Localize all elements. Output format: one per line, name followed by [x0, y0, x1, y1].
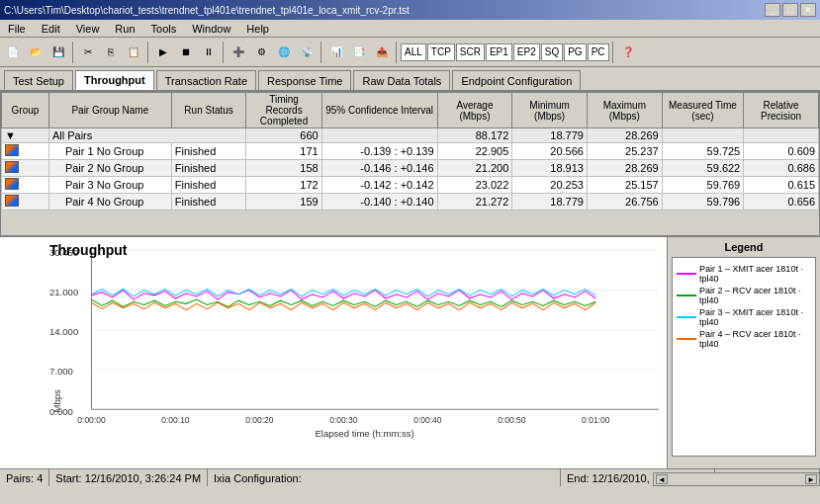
tb-sep2: [147, 42, 149, 63]
svg-text:7.000: 7.000: [49, 366, 73, 377]
all-pairs-ci: [321, 128, 437, 143]
data-table-container[interactable]: Group Pair Group Name Run Status Timing …: [0, 91, 820, 236]
svg-text:0:01:00: 0:01:00: [582, 415, 610, 425]
tb-scr-label[interactable]: SCR: [456, 43, 485, 61]
all-pairs-expand[interactable]: ▼: [2, 128, 49, 143]
chart-area: Throughput 30.450 21.000 14.000 7.000 0.…: [0, 237, 667, 468]
legend-line-pair3: [677, 316, 696, 318]
main-content: Group Pair Group Name Run Status Timing …: [0, 91, 820, 468]
row-time: 59.725: [662, 143, 744, 160]
row-icon: [2, 177, 49, 194]
svg-text:0:00:20: 0:00:20: [245, 415, 274, 425]
tb-sq-label[interactable]: SQ: [541, 43, 563, 61]
tab-endpoint-configuration[interactable]: Endpoint Configuration: [452, 70, 581, 90]
legend-item-pair1: Pair 1 – XMIT acer 1810t · tpl40: [677, 264, 811, 284]
row-average: 21.272: [437, 194, 512, 210]
maximize-button[interactable]: □: [782, 3, 798, 17]
svg-text:0:00:30: 0:00:30: [329, 415, 358, 425]
table-row: Pair 4 No Group Finished 159 -0.140 : +0…: [2, 194, 819, 210]
expand-icon: ▼: [5, 129, 16, 141]
tb-settings[interactable]: ⚙: [250, 42, 272, 63]
all-pairs-row: ▼ All Pairs 660 88.172 18.779 28.269: [2, 128, 819, 143]
menu-edit[interactable]: Edit: [38, 23, 64, 35]
table-row: Pair 1 No Group Finished 171 -0.139 : +0…: [2, 143, 819, 160]
row-status: Finished: [171, 177, 246, 194]
all-pairs-time: [662, 128, 744, 143]
chart-container: Throughput 30.450 21.000 14.000 7.000 0.…: [0, 236, 820, 468]
tb-paste[interactable]: 📋: [123, 42, 144, 63]
tb-all-label[interactable]: ALL: [401, 43, 426, 61]
throughput-chart: 30.450 21.000 14.000 7.000 0.000 Mbps: [49, 245, 659, 439]
tb-stop[interactable]: ⏹: [175, 42, 197, 63]
col-minimum: Minimum (Mbps): [512, 93, 588, 128]
tb-help[interactable]: ❓: [617, 42, 639, 63]
legend-item-pair2: Pair 2 – RCV acer 1810t · tpl40: [677, 286, 811, 305]
tab-throughput[interactable]: Throughput: [75, 70, 154, 90]
row-ci: -0.140 : +0.140: [321, 194, 437, 210]
tb-add-pair[interactable]: ➕: [228, 42, 249, 63]
tb-pg-label[interactable]: PG: [564, 43, 586, 61]
row-ci: -0.142 : +0.142: [321, 177, 437, 194]
row-maximum: 25.157: [587, 177, 662, 194]
tb-ep1-label[interactable]: EP1: [486, 43, 512, 61]
col-run-status: Run Status: [171, 93, 246, 128]
all-pairs-minimum: 18.779: [512, 128, 588, 143]
close-button[interactable]: ✕: [800, 3, 816, 17]
tab-raw-data-totals[interactable]: Raw Data Totals: [353, 70, 450, 90]
row-average: 21.200: [437, 160, 512, 177]
status-ixia: Ixia Configuration:: [208, 469, 561, 486]
row-precision: 0.686: [744, 160, 819, 177]
tb-pause[interactable]: ⏸: [198, 42, 220, 63]
tb-open[interactable]: 📂: [25, 42, 46, 63]
menu-view[interactable]: View: [72, 23, 104, 35]
menu-window[interactable]: Window: [188, 23, 234, 35]
scroll-right[interactable]: ►: [805, 474, 817, 484]
tb-tcp-label[interactable]: TCP: [427, 43, 455, 61]
menu-file[interactable]: File: [4, 23, 30, 35]
tb-ep2-label[interactable]: EP2: [513, 43, 540, 61]
row-icon: [2, 194, 49, 210]
col-confidence: 95% Confidence Interval: [321, 93, 437, 128]
tb-cut[interactable]: ✂: [77, 42, 99, 63]
table-row: Pair 3 No Group Finished 172 -0.142 : +0…: [2, 177, 819, 194]
tb-copy[interactable]: ⎘: [100, 42, 122, 63]
menu-tools[interactable]: Tools: [147, 23, 181, 35]
tb-network[interactable]: 🌐: [273, 42, 295, 63]
svg-text:Elapsed time (h:mm:ss): Elapsed time (h:mm:ss): [316, 428, 414, 439]
svg-text:0:00:40: 0:00:40: [413, 415, 442, 425]
tab-test-setup[interactable]: Test Setup: [4, 70, 73, 90]
tb-save[interactable]: 💾: [47, 42, 69, 63]
row-precision: 0.609: [744, 143, 819, 160]
tab-transaction-rate[interactable]: Transaction Rate: [156, 70, 256, 90]
col-timing-records: Timing Records Completed: [246, 93, 321, 128]
tb-new[interactable]: 📄: [2, 42, 24, 63]
tb-chart[interactable]: 📊: [325, 42, 347, 63]
minimize-button[interactable]: _: [765, 3, 780, 17]
status-start: Start: 12/16/2010, 3:26:24 PM: [49, 469, 208, 486]
tb-export[interactable]: 📤: [371, 42, 393, 63]
tb-sep4: [320, 42, 322, 63]
tb-run[interactable]: ▶: [152, 42, 174, 63]
col-average: Average (Mbps): [437, 93, 512, 128]
col-maximum: Maximum (Mbps): [587, 93, 662, 128]
tb-sep1: [72, 42, 74, 63]
svg-text:21.000: 21.000: [49, 287, 78, 297]
menu-run[interactable]: Run: [111, 23, 138, 35]
row-pair-name: Pair 4 No Group: [48, 194, 171, 210]
legend-label-pair2: Pair 2 – RCV acer 1810t · tpl40: [699, 286, 811, 305]
scroll-left[interactable]: ◄: [656, 474, 668, 484]
row-ci: -0.139 : +0.139: [321, 143, 437, 160]
row-status: Finished: [171, 143, 246, 160]
tb-sep6: [612, 42, 614, 63]
tb-report[interactable]: 📑: [348, 42, 370, 63]
legend-line-pair2: [677, 294, 696, 296]
tb-pc-label[interactable]: PC: [588, 43, 609, 61]
tab-response-time[interactable]: Response Time: [258, 70, 351, 90]
menu-help[interactable]: Help: [242, 23, 273, 35]
svg-text:Mbps: Mbps: [51, 389, 62, 413]
tb-endpoint[interactable]: 📡: [296, 42, 318, 63]
col-pair-group-name: Pair Group Name: [48, 93, 171, 128]
window-title: C:\Users\Tim\Desktop\chariot_tests\trend…: [4, 5, 410, 16]
row-ci: -0.146 : +0.146: [321, 160, 437, 177]
all-pairs-maximum: 28.269: [587, 128, 662, 143]
